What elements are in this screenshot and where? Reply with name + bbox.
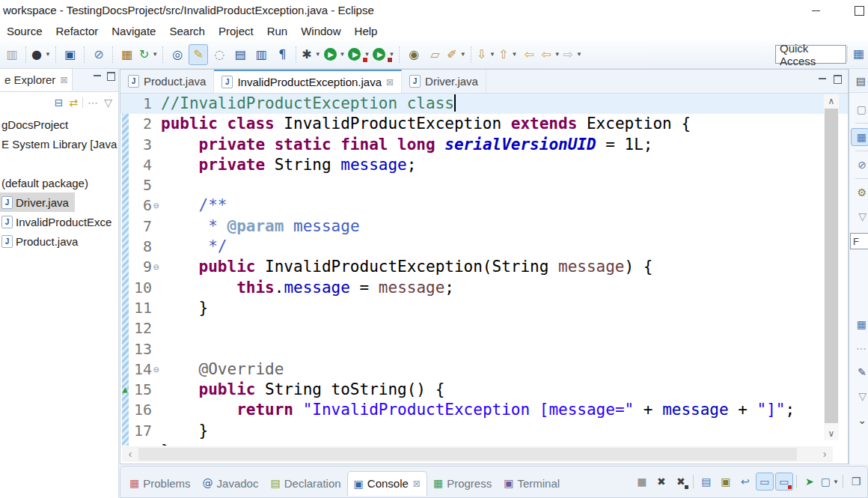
dropdown-arrow-icon[interactable]: ▼ <box>45 51 51 58</box>
show-stdout-icon[interactable]: ▭ <box>756 473 774 491</box>
menu-refactor[interactable]: Refactor <box>49 22 106 40</box>
new-task-icon[interactable]: ▢ <box>851 100 868 118</box>
view-menu-chevron-icon[interactable]: ▽ <box>104 97 112 109</box>
menu-help[interactable]: Help <box>348 22 385 40</box>
maximize-button[interactable] <box>848 3 868 18</box>
bottom-tab-problems[interactable]: ▦Problems <box>123 471 197 495</box>
collapse-all-icon[interactable]: ⊟ <box>55 97 64 109</box>
scroll-right-icon[interactable]: › <box>818 446 831 462</box>
tree-item-gdocsproject[interactable]: gDocsProject <box>0 115 118 134</box>
menu-run[interactable]: Run <box>260 22 295 40</box>
maximize-panel-icon[interactable]: ❒ <box>847 473 865 491</box>
dropdown-arrow-icon[interactable]: ▼ <box>511 51 517 58</box>
minimize-button[interactable] <box>804 3 827 18</box>
dropdown-arrow-icon[interactable]: ▼ <box>315 51 321 58</box>
scrollbar-thumb[interactable] <box>825 109 838 423</box>
tab-package-explorer[interactable]: e Explorer ⊠ <box>0 69 73 91</box>
forward-history-icon[interactable]: ⇨▼ <box>563 44 583 65</box>
tree-item-driver-java[interactable]: JDriver.java <box>0 192 75 212</box>
show-source-icon[interactable]: ▥ <box>251 44 271 65</box>
scroll-left-icon[interactable]: ‹ <box>123 446 137 462</box>
terminate-icon[interactable]: ■ <box>633 473 651 491</box>
copy-qualified-name-icon[interactable]: ▤ <box>230 44 250 65</box>
tree-item-e-system-library-java[interactable]: E System Library [Java <box>0 134 118 154</box>
scroll-down-icon[interactable]: ∨ <box>824 427 839 440</box>
open-perspective-icon[interactable]: ▦ <box>853 46 864 61</box>
word-wrap-icon[interactable]: ↩ <box>736 473 754 491</box>
menu-window[interactable]: Window <box>294 22 347 40</box>
close-icon[interactable]: ⊠ <box>60 75 67 85</box>
maximize-view-icon[interactable] <box>107 72 115 81</box>
dropdown-arrow-icon[interactable]: ▼ <box>489 51 495 58</box>
bottom-tab-javadoc[interactable]: @Javadoc <box>197 471 265 495</box>
open-console-view-icon[interactable]: ▣ <box>61 44 80 65</box>
bottom-tab-console[interactable]: ▣Console⊠ <box>347 471 427 496</box>
bottom-tab-terminal[interactable]: ▣Terminal <box>498 471 566 495</box>
code-editor[interactable]: 1//InvalidProductException class2public … <box>120 94 848 446</box>
view-menu-dots-icon[interactable]: ⋯ <box>88 97 98 109</box>
last-edit-location-icon[interactable]: ⇦ <box>519 44 539 65</box>
remove-launch-icon[interactable]: ✖ <box>652 473 670 491</box>
dropdown-arrow-icon[interactable]: ▼ <box>460 51 466 58</box>
menu-source[interactable]: Source <box>0 22 49 40</box>
find-box[interactable]: F <box>850 233 868 249</box>
bottom-tab-declaration[interactable]: ▤Declaration <box>264 471 346 495</box>
outline-pencil-icon[interactable]: ✎ <box>851 363 868 381</box>
horizontal-scrollbar[interactable]: ‹ › <box>122 446 833 462</box>
next-annotation-icon[interactable]: ⇩▼ <box>476 44 496 65</box>
dropdown-arrow-icon[interactable]: ▼ <box>340 51 346 58</box>
sync-edit-icon[interactable]: ◌ <box>210 44 229 65</box>
update-software-icon[interactable]: ↻▼ <box>138 44 159 65</box>
remove-all-launches-icon[interactable]: ✖ <box>672 473 690 491</box>
menu-project[interactable]: Project <box>212 22 260 40</box>
vertical-scrollbar[interactable]: ∧ ∨ <box>824 94 839 440</box>
plugin-search-icon[interactable]: ◎ <box>168 44 187 65</box>
dropdown-arrow-icon[interactable]: ▼ <box>554 51 560 58</box>
bottom-tab-progress[interactable]: ▦Progress <box>427 471 498 495</box>
task-gears-icon[interactable]: ⚙ <box>851 183 868 201</box>
back-history-icon[interactable]: ⇦▼ <box>540 44 560 65</box>
tree-item-product-java[interactable]: JProduct.java <box>0 231 118 251</box>
format-brush-icon[interactable]: ✐▼ <box>446 44 466 65</box>
close-icon[interactable]: ⊠ <box>413 479 421 489</box>
dropdown-arrow-icon[interactable]: ▼ <box>152 51 158 58</box>
outline-chevron-icon[interactable]: ▽ <box>851 387 868 405</box>
tree-item--default-package-[interactable]: (default package) <box>0 173 118 192</box>
right-strip-tab[interactable]: ▤ <box>849 69 868 93</box>
maximize-view-icon[interactable] <box>834 75 842 84</box>
open-console-icon[interactable]: ▢▼ <box>820 473 840 491</box>
menu-navigate[interactable]: Navigate <box>105 22 162 40</box>
quick-access-input[interactable]: Quick Access <box>775 45 846 64</box>
clear-console-icon[interactable]: ▤ <box>697 473 715 491</box>
coverage-icon[interactable]: ▶▼ <box>372 44 395 65</box>
minimize-view-icon[interactable] <box>94 72 101 76</box>
new-java-project-icon[interactable]: ▦ <box>117 44 137 65</box>
editor-tab-product-java[interactable]: JProduct.java <box>120 70 214 93</box>
filter-tasks-icon[interactable]: ⊘ <box>851 156 868 174</box>
dropdown-arrow-icon[interactable]: ▼ <box>833 479 839 485</box>
strip-menu-chevron-icon[interactable]: ▽ <box>851 207 868 225</box>
minimize-view-icon[interactable] <box>819 75 826 79</box>
open-task-icon[interactable]: ▱ <box>425 44 444 65</box>
editor-tab-driver-java[interactable]: JDriver.java <box>402 70 486 93</box>
run-icon[interactable]: ▶▼ <box>323 44 346 65</box>
scroll-up-icon[interactable]: ∧ <box>824 94 839 108</box>
show-whitespace-icon[interactable]: ¶ <box>272 44 292 65</box>
outline-grid-icon[interactable]: ▦ <box>851 315 868 333</box>
scrollbar-thumb[interactable] <box>138 448 797 461</box>
mark-occurrences-icon[interactable]: ✎ <box>189 44 208 65</box>
strip-collapse-icon[interactable]: ⌄ <box>851 411 868 429</box>
prev-annotation-icon[interactable]: ⇧▼ <box>498 44 518 65</box>
dropdown-arrow-icon[interactable]: ▼ <box>576 51 582 58</box>
scroll-lock-icon[interactable]: ▣ <box>717 473 735 491</box>
debug-icon[interactable]: ✱▼ <box>301 44 321 65</box>
open-type-icon[interactable]: ◉ <box>404 44 424 65</box>
pin-console-icon[interactable]: ➤ <box>801 473 819 491</box>
link-with-editor-icon[interactable]: ⇄ <box>69 97 78 109</box>
user-profile-icon[interactable]: ●▼ <box>31 44 52 65</box>
run-last-icon[interactable]: ▶▼ <box>347 44 370 65</box>
editor-tab-invalidproductexception-java[interactable]: JInvalidProductException.java⊠ <box>214 70 402 93</box>
close-icon[interactable]: ⊠ <box>386 77 394 88</box>
save-icon[interactable]: ▥ <box>2 44 22 65</box>
tree-item-invalidproductexce[interactable]: JInvalidProductExce <box>0 212 118 231</box>
